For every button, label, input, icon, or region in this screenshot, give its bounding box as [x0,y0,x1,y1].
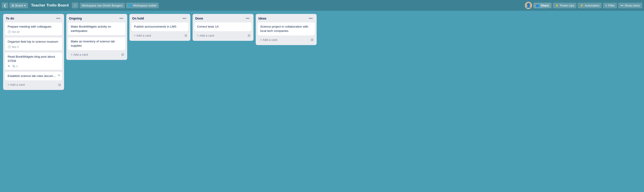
card-title: Make an inventory of science lab supplie… [71,40,123,48]
automation-icon: ⚡ [580,4,584,7]
card-title: Prepare meeting with colleagues [8,25,60,29]
card-badges: 🕐Oct 10 [8,30,60,34]
add-card-button-ideas[interactable]: + Add a card [258,36,310,43]
list-onhold: On hold•••Publish announcements in LMS+ … [130,14,190,41]
badge-date: 🕐Nov 3 [8,45,18,49]
table-row[interactable]: Correct tests 1A [194,23,252,31]
share-button[interactable]: 👥 Share [534,3,552,8]
add-card-footer-onhold: + Add a card⊟ [130,31,190,41]
board-content: To do•••Prepare meeting with colleagues🕐… [0,11,644,192]
badge-watch: 👁 [8,65,10,68]
star-button[interactable]: ☆ [72,3,78,8]
add-card-footer-todo: + Add a card⊟ [3,80,64,90]
card-title: Publish announcements in LMS [134,25,186,29]
workspace-name-button[interactable]: Workspace van Dimitri Bongers [80,3,125,8]
list-header-todo: To do••• [3,14,64,23]
list-header-done: Done••• [192,14,254,23]
card-template-icon[interactable]: ⊟ [57,82,62,87]
card-title: Organize field trip to science museum [8,40,60,44]
badge-attachment: 📎1 [12,65,18,68]
show-menu-label: Show menu [624,4,640,7]
table-row[interactable]: Make BookWidgets activity on earthquakes [68,23,126,36]
edit-icon[interactable]: ✏ [58,74,60,77]
list-ongoing: Ongoing•••Make BookWidgets activity on e… [66,14,127,60]
list-ideas: Ideas•••Science project in collaboration… [256,14,317,45]
header: ❮ ⊞ Board ▾ Teacher Trello Board ☆ Works… [0,0,644,11]
nav-back-button[interactable]: ❮ [2,3,8,8]
power-ups-icon: ⚡ [555,4,559,7]
add-card-footer-done: + Add a card⊟ [192,31,254,41]
globe-icon: 🌐 [128,4,132,7]
share-label: Share [541,4,549,7]
filter-icon: ≡ [605,4,607,7]
list-done: Done•••Correct tests 1A+ Add a card⊟ [192,14,254,41]
table-row[interactable]: Publish announcements in LMS [131,23,188,31]
list-title-ongoing: Ongoing [69,17,82,20]
add-card-button-done[interactable]: + Add a card [194,32,246,39]
badge-date: 🕐Oct 10 [8,30,20,34]
badge-attachment-text: 1 [16,65,18,68]
board-view-button[interactable]: ⊞ Board ▾ [10,3,28,8]
date-icon: 🕐 [8,45,11,49]
list-menu-button-onhold[interactable]: ••• [181,16,188,21]
add-card-button-todo[interactable]: + Add a card [5,81,57,88]
filter-label: Filter [608,4,615,7]
list-header-ongoing: Ongoing••• [66,14,127,23]
card-template-icon[interactable]: ⊟ [246,33,252,38]
chevron-left-icon: ❮ [4,4,6,7]
card-template-icon[interactable]: ⊟ [310,37,315,42]
list-cards-done: Correct tests 1A [192,23,254,31]
filter-button[interactable]: ≡ Filter [603,3,617,8]
star-icon: ☆ [74,4,76,7]
list-menu-button-ongoing[interactable]: ••• [118,16,124,21]
table-row[interactable]: Science project in collaboration with lo… [258,23,315,36]
card-title: Science project in collaboration with lo… [260,25,312,33]
power-ups-button[interactable]: ⚡ Power-Ups [553,3,576,8]
table-row[interactable]: Prepare meeting with colleagues🕐Oct 10 [5,23,62,36]
add-card-button-onhold[interactable]: + Add a card [131,32,183,39]
list-menu-button-todo[interactable]: ••• [55,16,61,21]
chevron-down-icon: ▾ [24,4,26,7]
add-card-button-ongoing[interactable]: + Add a card [68,51,120,58]
add-card-footer-ideas: + Add a card⊟ [256,36,317,45]
add-card-footer-ongoing: + Add a card⊟ [66,50,127,60]
list-menu-button-ideas[interactable]: ••• [308,16,314,21]
card-badges: 👁📎1 [8,65,60,68]
table-row[interactable]: Make an inventory of science lab supplie… [68,37,126,50]
table-row[interactable]: Organize field trip to science museum🕐No… [5,38,62,51]
table-row[interactable]: Read BookWidgets blog post about STEM👁📎1 [5,53,62,70]
automation-label: Automation [585,4,600,7]
share-icon: 👥 [536,4,540,7]
automation-button[interactable]: ⚡ Automation [578,3,602,8]
list-title-done: Done [195,17,203,20]
header-right: 👤 👥 Share ⚡ Power-Ups ⚡ Automation ≡ Fil… [525,2,642,9]
card-template-icon[interactable]: ⊟ [183,33,188,38]
power-ups-label: Power-Ups [560,4,574,7]
list-cards-ongoing: Make BookWidgets activity on earthquakes… [66,23,127,50]
badge-date-text: Nov 3 [12,46,18,48]
board-icon: ⊞ [12,4,14,7]
workspace-visible-button[interactable]: 🌐 Workspace visible [126,3,159,8]
badge-date-text: Oct 10 [12,31,20,33]
card-template-icon[interactable]: ⊟ [120,52,126,57]
list-title-todo: To do [6,17,14,20]
show-menu-button[interactable]: ••• Show menu [618,3,642,8]
list-header-ideas: Ideas••• [256,14,317,23]
table-row[interactable]: Establish science lab rules docum…✏ [5,72,62,81]
card-title: Make BookWidgets activity on earthquakes [71,25,123,33]
list-header-onhold: On hold••• [130,14,190,23]
card-title: Establish science lab rules docum… [8,74,60,78]
workspace-visible-label: Workspace visible [133,4,156,7]
list-title-onhold: On hold [132,17,144,20]
board-view-label: Board [15,4,23,7]
watch-icon: 👁 [8,65,10,68]
card-title: Correct tests 1A [197,25,249,29]
list-cards-todo: Prepare meeting with colleagues🕐Oct 10Or… [3,23,64,80]
list-cards-onhold: Publish announcements in LMS [130,23,190,31]
list-cards-ideas: Science project in collaboration with lo… [256,23,317,36]
date-icon: 🕐 [8,30,11,34]
workspace-name-label: Workspace van Dimitri Bongers [82,4,123,7]
board-title[interactable]: Teacher Trello Board [29,2,70,9]
avatar[interactable]: 👤 [525,2,532,9]
list-menu-button-done[interactable]: ••• [244,16,251,21]
